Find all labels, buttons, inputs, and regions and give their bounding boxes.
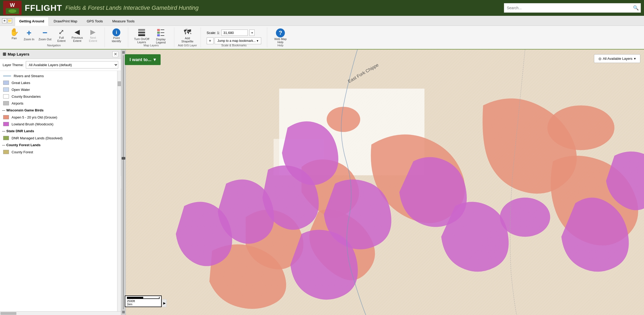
list-item[interactable]: DNR Managed Lands (Dissolved)	[0, 135, 117, 141]
legend-icon	[157, 28, 164, 37]
list-item[interactable]: Lowland Brush (Woodcock)	[0, 121, 117, 127]
web-map-help-button[interactable]: ? Web MapHelp	[271, 27, 290, 45]
tab-gps-tools[interactable]: GPS Tools	[82, 17, 107, 26]
zoom-out-icon: −	[42, 28, 47, 37]
turn-on-off-button[interactable]: Turn On/OffLayers	[132, 27, 151, 45]
zoom-out-button[interactable]: − Zoom Out	[36, 27, 53, 42]
dnr-managed-label: DNR Managed Lands (Dissolved)	[12, 136, 63, 140]
next-extent-icon: ▶	[90, 28, 96, 35]
all-available-layers-button[interactable]: ◎ All Available Layers ▾	[594, 54, 641, 63]
tab-measure-tools[interactable]: Measure Tools	[108, 17, 139, 26]
scale-bookmarks-group: Scale: 1: ▾ + Jump to a map bookmark... …	[201, 27, 267, 47]
collapse-icon-county[interactable]: —	[2, 143, 5, 147]
lowland-brush-label: Lowland Brush (Woodcock)	[12, 122, 53, 126]
layers-icon	[138, 28, 145, 37]
navigation-label: Navigation	[47, 44, 61, 47]
panel-layers-icon: ⊞	[3, 52, 6, 57]
add-gis-layer-group: 🗺 AddShapefile Add GIS Layer	[174, 27, 201, 47]
i-want-to-button[interactable]: I want to... ▾	[125, 54, 161, 65]
tab-icon-layers[interactable]: ≡	[2, 18, 7, 23]
map-layers-group-label: Map Layers	[143, 44, 158, 47]
rivers-streams-label: Rivers and Streams	[14, 74, 44, 78]
county-boundaries-label: County Boundaries	[12, 95, 41, 99]
scale-row: Scale: 1: ▾	[207, 29, 261, 36]
wisconsin-game-birds-group[interactable]: — Wisconsin Game Birds	[0, 107, 117, 114]
app-header: W FFLIGHT Fields & Forest Lands Interact…	[0, 0, 644, 16]
help-icon: ?	[276, 28, 285, 37]
panel-hscroll[interactable]	[0, 311, 121, 315]
open-water-label: Open Water	[12, 88, 30, 92]
app-title: FFLIGHT	[25, 3, 62, 13]
list-item[interactable]: Great Lakes	[0, 79, 117, 86]
zoom-slider-bottom[interactable]	[122, 311, 125, 313]
next-extent-label: NextExtent	[89, 36, 97, 42]
panel-header: ⊞ Map Layers ✕	[0, 50, 121, 59]
main-toolbar: ✋ Pan + Zoom In − Zoom Out ⤢ FullExtent …	[0, 26, 644, 50]
zoom-in-button[interactable]: + Zoom In	[22, 27, 36, 42]
expand-panel-button[interactable]: ▶	[162, 299, 167, 307]
scale-bar-line	[127, 297, 160, 299]
search-box[interactable]: 🔍	[504, 3, 641, 13]
layer-theme-select[interactable]: All Available Layers (default)	[26, 61, 118, 68]
layer-theme-label: Layer Theme:	[3, 63, 24, 67]
airports-swatch	[3, 101, 9, 105]
svg-point-7	[500, 198, 550, 237]
scale-bar: 2500ft 1km	[125, 296, 162, 307]
state-dnr-lands-group[interactable]: — State DNR Lands	[0, 127, 117, 135]
zoom-slider-top[interactable]	[122, 51, 125, 54]
tab-icon-folder[interactable]: 📁	[7, 18, 12, 23]
tab-draw-print[interactable]: Draw/Print Map	[49, 17, 82, 26]
collapse-icon-dnr[interactable]: —	[2, 129, 5, 133]
bookmark-add-button[interactable]: +	[207, 37, 214, 44]
scrollbar-thumb[interactable]	[118, 81, 121, 86]
search-icon[interactable]: 🔍	[631, 3, 641, 13]
list-item[interactable]: Open Water	[0, 86, 117, 93]
panel-scrollbar[interactable]	[117, 71, 121, 311]
list-item[interactable]: County Forest	[0, 149, 117, 155]
county-forest-swatch	[3, 150, 9, 154]
i-want-to-label: I want to...	[130, 57, 151, 62]
add-shapefile-label: AddShapefile	[181, 37, 194, 43]
map-zoom-slider[interactable]	[121, 50, 126, 315]
previous-extent-button[interactable]: ◀ PreviousExtent	[69, 27, 85, 43]
list-item[interactable]: County Boundaries	[0, 93, 117, 100]
scale-bookmarks-panel: Scale: 1: ▾ + Jump to a map bookmark... …	[205, 28, 263, 45]
collapse-icon[interactable]: —	[2, 109, 5, 112]
layers-scroll[interactable]: Rivers and Streams Great Lakes Open Wate…	[0, 71, 117, 311]
add-shapefile-button[interactable]: 🗺 AddShapefile	[178, 27, 197, 44]
tab-getting-around[interactable]: Getting Around	[15, 17, 49, 26]
display-legend-button[interactable]: DisplayLegend	[151, 27, 170, 45]
lowland-brush-swatch	[3, 122, 9, 126]
app-logo: W	[3, 1, 22, 15]
left-panel: ⊞ Map Layers ✕ Layer Theme: All Availabl…	[0, 50, 121, 315]
map-canvas[interactable]: East Fork Chippe	[121, 50, 644, 315]
county-boundaries-swatch	[3, 94, 9, 99]
turn-on-off-label: Turn On/OffLayers	[134, 37, 149, 44]
scale-input[interactable]	[221, 29, 248, 36]
list-item[interactable]: Rivers and Streams	[0, 72, 117, 79]
previous-extent-label: PreviousExtent	[72, 36, 83, 42]
point-identify-button[interactable]: i PointIdentify	[108, 27, 124, 44]
hscroll-thumb[interactable]	[1, 312, 16, 315]
point-identify-label: PointIdentify	[112, 36, 121, 43]
zoom-slider-handle[interactable]	[122, 157, 125, 160]
list-item[interactable]: Aspen 5 - 20 yrs Old (Grouse)	[0, 114, 117, 121]
full-extent-button[interactable]: ⤢ FullExtent	[53, 27, 69, 43]
bookmark-row: + Jump to a map bookmark... ▾	[207, 37, 261, 44]
next-extent-button[interactable]: ▶ NextExtent	[85, 27, 101, 43]
map-area[interactable]: East Fork Chippe I want to... ▾ ◎ All Av…	[121, 50, 644, 315]
list-item[interactable]: Airports	[0, 100, 117, 107]
full-extent-icon: ⤢	[58, 28, 64, 35]
web-map-help-label: Web MapHelp	[274, 37, 287, 44]
add-shapefile-icon: 🗺	[184, 28, 191, 36]
bookmark-dropdown-button[interactable]: Jump to a map bookmark... ▾	[215, 37, 261, 44]
point-identify-icon: i	[112, 28, 120, 36]
open-water-swatch	[3, 87, 9, 92]
panel-close-button[interactable]: ✕	[112, 51, 118, 57]
scale-dropdown-button[interactable]: ▾	[249, 29, 255, 36]
search-input[interactable]	[504, 6, 631, 10]
county-forest-lands-group[interactable]: — County Forest Lands	[0, 141, 117, 149]
pan-button[interactable]: ✋ Pan	[7, 27, 22, 41]
panel-title-text: Map Layers	[8, 52, 29, 56]
scale-bar-inner: 2500ft 1km	[125, 296, 161, 307]
